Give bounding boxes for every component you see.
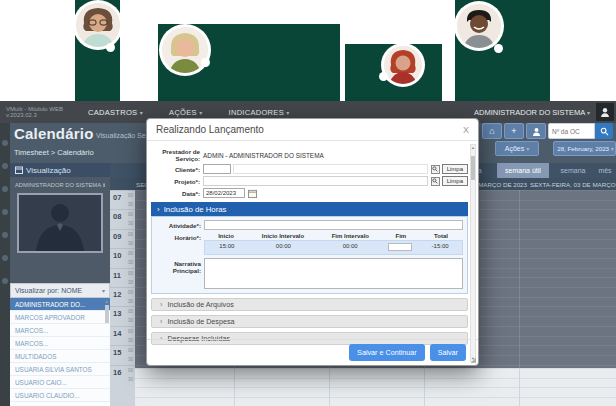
projeto-lookup-button[interactable] <box>431 177 440 186</box>
chevron-down-icon: ▾ <box>611 145 614 152</box>
sidebar-nav-icon[interactable] <box>2 255 8 261</box>
sidebar-nav-icon[interactable] <box>2 209 8 215</box>
visualizacao-panel-header[interactable]: Visualização <box>10 163 110 177</box>
user-profile-button[interactable] <box>596 103 614 121</box>
list-item-user[interactable]: MARCOS... <box>10 324 110 337</box>
col-fim: Fim <box>383 232 419 240</box>
inclusao-horas-section: Atividade*: Horário*: Inicio Inicio Inte… <box>151 216 468 294</box>
horario-label: Horário*: <box>152 232 204 241</box>
atividade-input[interactable] <box>204 220 463 230</box>
data-label: Data*: <box>151 190 203 197</box>
cliente-label: Cliente*: <box>151 166 203 173</box>
modal-title: Realizando Lançamento <box>156 124 264 135</box>
section-inclusao-arquivos[interactable]: › Inclusão de Arquivos <box>151 298 468 311</box>
col-inicio-intervalo: Inicio Intervalo <box>248 232 318 240</box>
search-button[interactable] <box>595 123 613 139</box>
visualizacao-panel: ADMINISTRADOR DO SISTEMA i <box>10 177 110 283</box>
user-avatar-photo <box>162 27 208 73</box>
hour-row: 110030 <box>110 268 135 287</box>
search-icon <box>432 178 438 184</box>
user-avatar-photo <box>457 4 501 48</box>
list-item-user[interactable]: MARCOS APROVADOR <box>10 311 110 324</box>
menu-acoes[interactable]: AÇÕES ▾ <box>169 108 202 117</box>
visualizar-por-dropdown[interactable]: Visualizar por: NOME ▾ <box>10 283 110 298</box>
sidebar-nav-icon[interactable] <box>2 278 8 284</box>
scroll-up-icon[interactable]: ▲ <box>104 299 109 304</box>
list-item-user[interactable]: USUARIA SILVIA SANTOS <box>10 363 110 376</box>
menu-cadastros[interactable]: CADASTROS ▾ <box>88 108 143 117</box>
info-icon[interactable]: i <box>103 181 105 189</box>
close-icon[interactable]: X <box>463 125 469 135</box>
sidebar-nav-icon[interactable] <box>2 232 8 238</box>
search-icon <box>432 166 438 172</box>
list-item-user[interactable]: MULTIDADOS <box>10 350 110 363</box>
cliente-limpa-button[interactable]: Limpa <box>442 164 468 174</box>
sidebar-nav-icon[interactable] <box>2 163 8 169</box>
save-continue-button[interactable]: Salvar e Continuar <box>349 344 425 361</box>
breadcrumb: Timesheet > Calendário <box>14 148 94 157</box>
avatar-status-dot <box>379 72 388 81</box>
date-picker-button[interactable]: 28, February, 2023 ▾ <box>553 141 616 156</box>
oc-search-input[interactable] <box>548 123 595 139</box>
calendar-grid-bottom[interactable] <box>135 368 616 406</box>
data-input[interactable] <box>203 188 245 198</box>
acoes-dropdown-button[interactable]: Ações ▾ <box>495 141 539 156</box>
avatar-status-dot <box>201 58 210 67</box>
plus-icon: + <box>511 126 516 136</box>
save-button[interactable]: Salvar <box>430 344 466 361</box>
assign-user-button[interactable] <box>526 123 546 139</box>
chevron-down-icon: ▾ <box>587 110 590 116</box>
add-button[interactable]: + <box>504 123 524 139</box>
cliente-code-input[interactable] <box>203 164 231 174</box>
modal-title-bar[interactable]: Realizando Lançamento X <box>147 119 478 141</box>
cliente-lookup-button[interactable] <box>431 165 440 174</box>
menu-indicadores[interactable]: INDICADORES ▾ <box>229 108 290 117</box>
hour-row: 120030 <box>110 287 135 306</box>
user-avatar-photo <box>384 46 422 84</box>
resize-handle[interactable] <box>471 358 476 363</box>
avatar-status-dot <box>106 43 115 52</box>
user-list-scrollbar[interactable]: ▲ <box>104 299 109 403</box>
tab-semana[interactable]: semana <box>553 163 593 178</box>
narrativa-textarea[interactable] <box>204 258 463 289</box>
projeto-limpa-button[interactable]: Limpa <box>442 176 468 186</box>
calendar-icon <box>15 166 23 174</box>
col-inicio: Inicio <box>204 232 248 240</box>
tab-semana-util[interactable]: semana útil <box>497 163 549 178</box>
hour-row: 150030 <box>110 345 135 364</box>
tab-mes[interactable]: mês <box>595 163 615 178</box>
fim-input[interactable] <box>388 243 412 251</box>
avatar-status-dot <box>494 44 503 53</box>
value-inicio: 15:00 <box>205 241 249 254</box>
projeto-input[interactable] <box>203 176 428 186</box>
home-button[interactable]: ⌂ <box>482 123 502 139</box>
user-menu[interactable]: ADMINISTRADOR DO SISTEMA ▾ <box>474 108 590 117</box>
calendar-icon[interactable] <box>248 189 257 198</box>
chevron-down-icon: ▾ <box>526 145 529 152</box>
list-item-user[interactable]: USUARIO DANILO... <box>10 402 110 406</box>
sidebar-nav-icon[interactable] <box>2 140 8 146</box>
hours-column: 0700300800300900301000301100301200301300… <box>110 190 135 406</box>
section-inclusao-despesa[interactable]: › Inclusão de Despesa <box>151 315 468 328</box>
person-silhouette-icon <box>30 199 90 251</box>
narrativa-label: Narrativa Principal: <box>152 258 204 274</box>
value-total: -15:00 <box>418 241 462 254</box>
hour-row: 160030 <box>110 365 135 384</box>
cliente-name-input[interactable] <box>233 164 428 174</box>
app-screenshot: VMulti - Módulo WEB v.2023.02.3 CADASTRO… <box>0 0 616 406</box>
user-list: ADMINISTRADOR DO... MARCOS APROVADOR MAR… <box>10 298 110 406</box>
sidebar-nav-icon[interactable] <box>2 186 8 192</box>
person-icon <box>600 107 610 117</box>
list-item-user[interactable]: ADMINISTRADOR DO... <box>10 298 110 311</box>
realizando-lancamento-modal: Realizando Lançamento X Prestador de Ser… <box>146 118 479 366</box>
inclusao-horas-header[interactable]: › Inclusão de Horas <box>151 202 468 216</box>
user-avatar-photo <box>76 3 120 47</box>
list-item-user[interactable]: MARCOS... <box>10 337 110 350</box>
list-item-user[interactable]: USUARIO CAIO... <box>10 376 110 389</box>
list-item-user[interactable]: USUARIO CLAUDIO... <box>10 389 110 402</box>
scroll-up-icon[interactable]: ▲ <box>471 145 475 150</box>
hour-row: 140030 <box>110 326 135 345</box>
modal-scrollbar[interactable]: ▲ ▼ <box>470 144 476 362</box>
hour-row: 090030 <box>110 229 135 248</box>
value-inicio-intervalo: 00:00 <box>249 241 318 254</box>
